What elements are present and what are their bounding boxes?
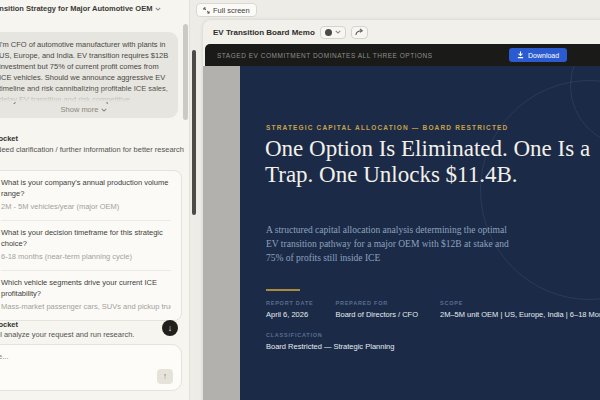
document-preview-card: EV Transition Board Memo STAGED EV COMMI…: [203, 20, 600, 400]
memo-eyebrow: STRATEGIC CAPITAL ALLOCATION — BOARD RES…: [266, 124, 508, 131]
question-text: Which vehicle segments drive your curren…: [1, 278, 171, 299]
question-text: What is your decision timeframe for this…: [1, 228, 171, 249]
memo-subtitle: A structured capital allocation analysis…: [266, 224, 516, 265]
meta-label: REPORT DATE: [266, 300, 313, 306]
document-title: EV Transition Board Memo: [213, 28, 315, 37]
arrow-up-icon: ↑: [163, 371, 168, 381]
agent-name: Rocket: [0, 320, 18, 329]
chevron-down-icon: [155, 6, 161, 12]
download-icon: [517, 51, 524, 59]
download-label: Download: [528, 52, 559, 59]
show-more-label: Show more: [61, 105, 99, 114]
expand-icon: [203, 7, 210, 14]
meta-value: April 6, 2026: [266, 310, 313, 319]
answer-text: Mass-market passenger cars, SUVs and pic…: [1, 302, 171, 312]
clarification-intro: Need clarification / further information…: [0, 145, 184, 154]
input-placeholder: Type...: [0, 352, 173, 361]
qa-row[interactable]: What is your company's annual production…: [1, 171, 171, 221]
text-fade-overlay: [0, 88, 178, 102]
version-dropdown[interactable]: [320, 26, 346, 39]
scroll-to-bottom-button[interactable]: ↓: [162, 320, 178, 336]
preview-scrollbar[interactable]: [192, 50, 196, 215]
memo-page: STRATEGIC CAPITAL ALLOCATION — BOARD RES…: [240, 66, 600, 400]
fullscreen-label: Full screen: [213, 6, 250, 15]
memo-meta-row: REPORT DATE April 6, 2026 PREPARED FOR B…: [266, 300, 600, 319]
fullscreen-button[interactable]: Full screen: [196, 3, 257, 17]
clarification-questions-card: What is your company's annual production…: [0, 170, 182, 321]
meta-report-date: REPORT DATE April 6, 2026: [266, 300, 313, 319]
answer-text: 2M - 5M vehicles/year (major OEM): [1, 202, 171, 212]
sidebar-scrollbar[interactable]: [183, 24, 188, 120]
qa-row[interactable]: Which vehicle segments drive your curren…: [1, 271, 171, 320]
meta-label: SCOPE: [440, 300, 600, 306]
meta-value: 2M–5M unit OEM | US, Europe, India | 6–1…: [440, 310, 600, 319]
send-button[interactable]: ↑: [157, 369, 173, 384]
download-button[interactable]: Download: [509, 48, 567, 62]
arrow-down-icon: ↓: [168, 323, 173, 333]
analysis-status-text: I'll analyze your request and run resear…: [0, 330, 134, 339]
document-toolbar: STAGED EV COMMITMENT DOMINATES ALL THREE…: [205, 44, 600, 66]
conversation-title-row[interactable]: EV Transition Strategy for Major Automot…: [0, 4, 136, 13]
document-viewport: STRATEGIC CAPITAL ALLOCATION — BOARD RES…: [203, 66, 600, 400]
memo-headline: One Option Is Eliminated. One Is a Trap.…: [265, 136, 600, 188]
meta-label: PREPARED FOR: [335, 300, 418, 306]
answer-text: 6-18 months (near-term planning cycle): [1, 252, 171, 262]
chevron-down-icon: [101, 107, 107, 113]
share-button[interactable]: [351, 26, 368, 39]
conversation-title: EV Transition Strategy for Major Automot…: [0, 4, 152, 13]
meta-value: Board Restricted — Strategic Planning: [266, 342, 394, 351]
show-more-button[interactable]: Show more: [0, 105, 178, 114]
meta-prepared-for: PREPARED FOR Board of Directors / CFO: [335, 300, 418, 319]
version-icon: [325, 29, 332, 36]
question-text: What is your company's annual production…: [1, 178, 171, 199]
qa-row[interactable]: What is your decision timeframe for this…: [1, 221, 171, 271]
meta-value: Board of Directors / CFO: [335, 310, 418, 319]
user-message-bubble: I'm CFO of automotive manufacturer with …: [0, 32, 178, 118]
chevron-down-icon: [335, 29, 341, 35]
meta-label: CLASSIFICATION: [266, 332, 394, 338]
share-icon: [355, 28, 364, 36]
meta-classification: CLASSIFICATION Board Restricted — Strate…: [266, 332, 394, 351]
key-finding-banner: STAGED EV COMMITMENT DOMINATES ALL THREE…: [217, 52, 433, 59]
meta-scope: SCOPE 2M–5M unit OEM | US, Europe, India…: [440, 300, 600, 319]
message-input[interactable]: Type... ↑: [0, 344, 182, 391]
gold-divider: [266, 289, 300, 291]
agent-name: Rocket: [0, 134, 18, 143]
document-header: EV Transition Board Memo: [203, 20, 600, 44]
chat-sidebar: EV Transition Strategy for Major Automot…: [0, 0, 190, 400]
